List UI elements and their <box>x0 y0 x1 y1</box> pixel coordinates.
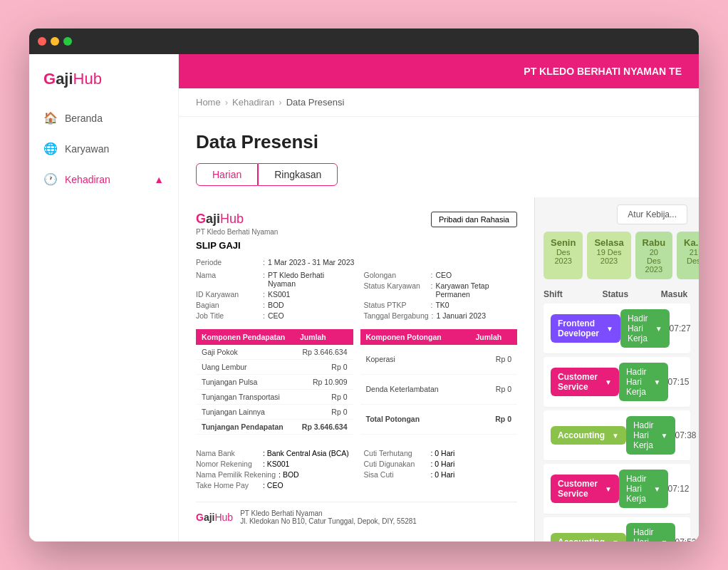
footer-company: PT Kledo Berhati Nyaman <box>240 509 417 517</box>
atur-kebijakan-button[interactable]: Atur Kebija... <box>617 204 687 224</box>
sidebar-item-label: Beranda <box>65 113 103 124</box>
tab-group: Harian Ringkasan <box>196 163 682 186</box>
sidebar-logo: GajiHub <box>29 54 178 103</box>
chevron-up-icon: ▲ <box>154 174 164 185</box>
attendance-panel: Atur Kebija... Senin Des 2023 Selasa 19 … <box>535 197 699 542</box>
periode-label: Periode <box>196 258 260 266</box>
breadcrumb-home[interactable]: Home <box>196 97 221 108</box>
tab-harian[interactable]: Harian <box>196 163 258 186</box>
topbar: PT KLEDO BERHATI NYAMAN TE <box>179 54 699 88</box>
split-content: GajiHub PT Kledo Berhati Nyaman Pribadi … <box>179 197 699 542</box>
col-shift: Shift <box>544 289 602 299</box>
day-header-kamis: Ka... 21 Des <box>677 232 699 279</box>
sidebar-item-beranda[interactable]: 🏠 Beranda <box>29 103 178 133</box>
slip-footer-logo: GajiHub <box>196 512 233 523</box>
potongan-header-komponen: Komponen Potongan <box>360 329 470 345</box>
minimize-dot[interactable] <box>51 37 59 46</box>
time-value: 07:15 <box>668 377 690 387</box>
day-header-rabu: Rabu 20 Des 2023 <box>635 232 673 279</box>
status-badge[interactable]: Hadir Hari Kerja ▼ <box>619 470 668 508</box>
shift-badge-frontend[interactable]: Frontend Developer ▼ <box>551 314 620 343</box>
day-header-senin: Senin Des 2023 <box>544 232 583 279</box>
pendapatan-header-jumlah: Jumlah <box>294 329 353 345</box>
attendance-row: Customer Service ▼ Hadir Hari Kerja ▼ <box>544 464 690 514</box>
time-value: 07:38 <box>675 430 697 440</box>
slip-footer: GajiHub PT Kledo Berhati Nyaman Jl. Kled… <box>196 502 517 525</box>
table-row: Tunjangan TransportasiRp 0 <box>196 390 353 405</box>
breadcrumb-arrow-1: › <box>225 97 228 108</box>
status-badge[interactable]: Hadir Hari Kerja ▼ <box>619 363 668 401</box>
slip-badge: Pribadi dan Rahasia <box>431 212 517 227</box>
chevron-down-icon: ▼ <box>661 432 668 440</box>
logo-hub: Hub <box>73 70 102 88</box>
slip-company: PT Kledo Berhati Nyaman <box>196 228 278 236</box>
shift-badge-accounting[interactable]: Accounting ▼ <box>551 533 626 542</box>
slip-title: SLIP GAJI <box>196 240 517 251</box>
page-title: Data Presensi <box>196 131 682 153</box>
potongan-table: Komponen Potongan Jumlah KoperasiRp 0 De… <box>360 329 518 435</box>
chevron-down-icon: ▼ <box>612 432 619 440</box>
attendance-row: Customer Service ▼ Hadir Hari Kerja ▼ <box>544 357 690 408</box>
tab-ringkasan[interactable]: Ringkasan <box>258 163 338 186</box>
chevron-down-icon: ▼ <box>605 485 612 493</box>
day-headers: Senin Des 2023 Selasa 19 Des 2023 Rabu 2… <box>535 232 699 285</box>
globe-icon: 🌐 <box>43 142 58 155</box>
pendapatan-table: Komponen Pendapatan Jumlah Gaji PokokRp … <box>196 329 353 435</box>
main-area: PT KLEDO BERHATI NYAMAN TE Home › Kehadi… <box>179 54 699 542</box>
footer-address: Jl. Kledokan No B10, Catur Tunggal, Depo… <box>240 517 417 525</box>
periode-value: 1 Mar 2023 - 31 Mar 2023 <box>268 258 354 266</box>
attendance-topbar: Atur Kebija... <box>535 197 699 232</box>
chevron-down-icon: ▼ <box>612 539 619 542</box>
breadcrumb: Home › Kehadiran › Data Presensi <box>179 88 699 117</box>
chevron-down-icon: ▼ <box>654 485 661 493</box>
breadcrumb-current: Data Presensi <box>286 97 345 108</box>
chevron-down-icon: ▼ <box>661 539 668 542</box>
sidebar-item-kehadiran[interactable]: 🕐 Kehadiran ▲ <box>29 164 178 195</box>
day-header-selasa: Selasa 19 Des 2023 <box>587 232 630 279</box>
page-header: Data Presensi Harian Ringkasan <box>179 117 699 197</box>
shift-badge-customer[interactable]: Customer Service ▼ <box>551 368 619 396</box>
attendance-rows: Frontend Developer ▼ Hadir Hari Kerja ▼ <box>535 304 699 542</box>
sidebar-item-label: Kehadiran <box>65 174 110 185</box>
pendapatan-total-row: Tunjangan Pendapatan Rp 3.646.634 <box>196 420 353 435</box>
shift-badge-customer[interactable]: Customer Service ▼ <box>551 475 619 503</box>
time-value: 07:12 <box>668 484 690 494</box>
status-badge[interactable]: Hadir Hari Kerja ▼ <box>620 309 670 348</box>
status-badge[interactable]: Hadir Hari Kerja ▼ <box>626 523 675 542</box>
close-dot[interactable] <box>38 37 46 46</box>
attendance-row: Frontend Developer ▼ Hadir Hari Kerja ▼ <box>544 304 690 354</box>
table-row: KoperasiRp 0 <box>360 345 518 374</box>
table-row: Uang LemburRp 0 <box>196 360 353 375</box>
pendapatan-header-komponen: Komponen Pendapatan <box>196 329 294 345</box>
home-icon: 🏠 <box>43 111 58 125</box>
total-value: Rp 0 <box>469 404 517 434</box>
breadcrumb-kehadiran[interactable]: Kehadiran <box>232 97 274 108</box>
chevron-down-icon: ▼ <box>654 378 661 386</box>
table-row: Gaji PokokRp 3.646.634 <box>196 345 353 360</box>
time-value: 07:27 <box>670 323 691 333</box>
table-row: Tunjangan LainnyaRp 0 <box>196 405 353 420</box>
maximize-dot[interactable] <box>63 37 72 46</box>
attendance-row: Accounting ▼ Hadir Hari Kerja ▼ 07:3 <box>544 410 690 461</box>
chevron-down-icon: ▼ <box>605 378 612 386</box>
company-name: PT KLEDO BERHATI NYAMAN TE <box>524 66 682 77</box>
potongan-header-jumlah: Jumlah <box>469 329 517 345</box>
total-label: Tunjangan Pendapatan <box>196 420 294 435</box>
shift-badge-accounting[interactable]: Accounting ▼ <box>551 426 626 445</box>
attendance-row: Accounting ▼ Hadir Hari Kerja ▼ 07:5 <box>544 517 690 542</box>
status-badge[interactable]: Hadir Hari Kerja ▼ <box>626 416 675 455</box>
sidebar-nav: 🏠 Beranda 🌐 Karyawan 🕐 Kehadiran ▲ <box>29 103 178 542</box>
table-row: Denda KeterlambatanRp 0 <box>360 374 518 404</box>
attendance-table-header: Shift Status Masuk <box>535 285 699 304</box>
slip-logo: GajiHub <box>196 212 278 227</box>
col-status: Status <box>602 289 660 299</box>
clock-icon: 🕐 <box>43 172 58 186</box>
chevron-down-icon: ▼ <box>606 325 613 333</box>
chevron-down-icon: ▼ <box>655 325 662 333</box>
total-value: Rp 3.646.634 <box>294 420 353 435</box>
sidebar-item-karyawan[interactable]: 🌐 Karyawan <box>29 133 178 164</box>
logo-gaji: Gaji <box>43 70 73 88</box>
potongan-total-row: Total Potongan Rp 0 <box>360 404 518 434</box>
browser-titlebar <box>29 28 699 54</box>
time-value: 07:52 <box>675 537 697 542</box>
